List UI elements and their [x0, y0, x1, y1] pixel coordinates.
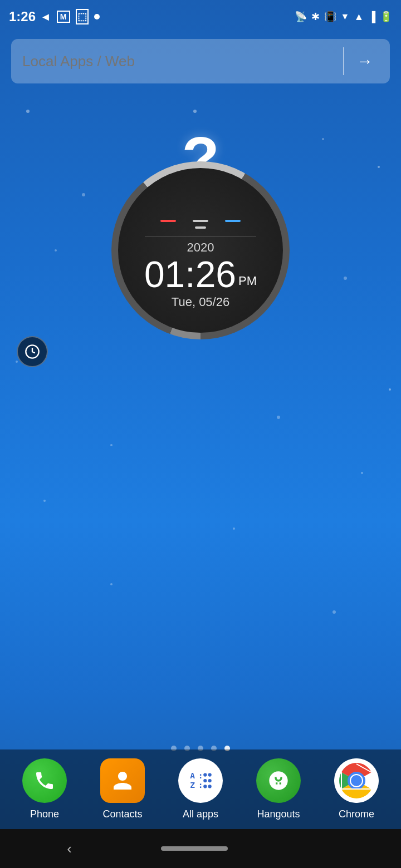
screenshot-icon: ⬚: [76, 9, 89, 24]
dock-item-chrome[interactable]: Chrome: [326, 758, 387, 820]
status-time: 1:26: [9, 9, 36, 24]
search-bar[interactable]: →: [11, 39, 390, 83]
clock-time-main: 01:26: [144, 256, 236, 293]
nav-home-button[interactable]: [161, 846, 228, 851]
svg-text:A: A: [190, 771, 195, 780]
vibrate-icon: 📳: [324, 11, 336, 23]
hangouts-label: Hangouts: [257, 808, 300, 820]
indicator-red: [160, 220, 176, 222]
dock-item-contacts[interactable]: Contacts: [92, 758, 153, 820]
clock-indicators-row: [160, 220, 241, 233]
notification-dot: [94, 14, 100, 19]
phone-label: Phone: [30, 808, 59, 820]
status-bar: 1:26 ◄ M ⬚ 📡 ✱ 📳 ▼ ▲ ▐ 🔋: [0, 0, 401, 33]
nav-back-button[interactable]: ‹: [67, 840, 72, 857]
dock-item-allapps[interactable]: A : Z : All apps: [170, 758, 231, 820]
indicator-white: [193, 220, 208, 222]
svg-point-15: [332, 610, 336, 614]
svg-point-21: [203, 773, 207, 776]
dock-item-phone[interactable]: Phone: [14, 758, 75, 820]
status-left: 1:26 ◄ M ⬚: [9, 9, 100, 24]
clock-small-icon[interactable]: [17, 336, 48, 367]
chrome-icon: [334, 758, 379, 803]
allapps-icon: A : Z :: [178, 758, 223, 803]
clock-widget[interactable]: ? 2020 01:26 PM: [106, 156, 295, 345]
svg-point-9: [43, 500, 46, 502]
clock-ampm: PM: [238, 274, 257, 288]
status-right: 📡 ✱ 📳 ▼ ▲ ▐ 🔋: [295, 11, 392, 23]
search-divider: [343, 47, 344, 75]
back-arrow-icon: ◄: [40, 11, 51, 23]
contacts-icon: [100, 758, 145, 803]
cast-icon: 📡: [295, 11, 307, 23]
bluetooth-icon: ✱: [311, 11, 320, 23]
clock-date: Tue, 05/26: [172, 295, 229, 309]
clock-year: 2020: [187, 240, 214, 255]
svg-point-6: [110, 444, 113, 446]
clock-outer-ring: 2020 01:26 PM Tue, 05/26: [111, 161, 290, 339]
widget-area: ? 2020 01:26 PM: [0, 89, 401, 412]
phone-icon: [22, 758, 67, 803]
wifi-icon: ▲: [354, 11, 364, 23]
svg-point-26: [208, 785, 212, 788]
chrome-label: Chrome: [339, 808, 374, 820]
status-left-icons: ◄ M ⬚: [40, 9, 99, 24]
indicator-small: [195, 226, 206, 229]
svg-point-30: [351, 775, 362, 786]
svg-point-13: [233, 527, 235, 530]
dock-item-hangouts[interactable]: Hangouts: [248, 758, 309, 820]
svg-text::: :: [198, 771, 203, 780]
clock-time-display: 01:26 PM: [144, 256, 257, 293]
hangouts-icon: [256, 758, 301, 803]
search-input[interactable]: [22, 53, 336, 70]
gmail-icon: M: [57, 11, 70, 23]
allapps-label: All apps: [183, 808, 218, 820]
contacts-label: Contacts: [102, 808, 142, 820]
svg-point-7: [277, 416, 280, 419]
data-icon: ▼: [341, 12, 350, 22]
svg-point-24: [208, 779, 212, 782]
nav-bar: ‹: [0, 829, 401, 868]
svg-point-14: [110, 583, 113, 585]
dock: Phone Contacts A : Z :: [0, 749, 401, 829]
indicator-blue: [225, 220, 241, 222]
battery-icon: 🔋: [380, 11, 392, 23]
svg-point-8: [361, 472, 363, 474]
signal-icon: ▐: [368, 11, 375, 23]
svg-point-22: [208, 773, 212, 776]
search-arrow-button[interactable]: →: [351, 47, 379, 75]
clock-separator: [145, 236, 256, 237]
svg-point-25: [203, 785, 207, 788]
clock-inner: 2020 01:26 PM Tue, 05/26: [118, 168, 283, 333]
svg-text:Z: Z: [190, 780, 195, 790]
svg-point-23: [203, 779, 207, 782]
svg-text::: :: [198, 780, 203, 790]
